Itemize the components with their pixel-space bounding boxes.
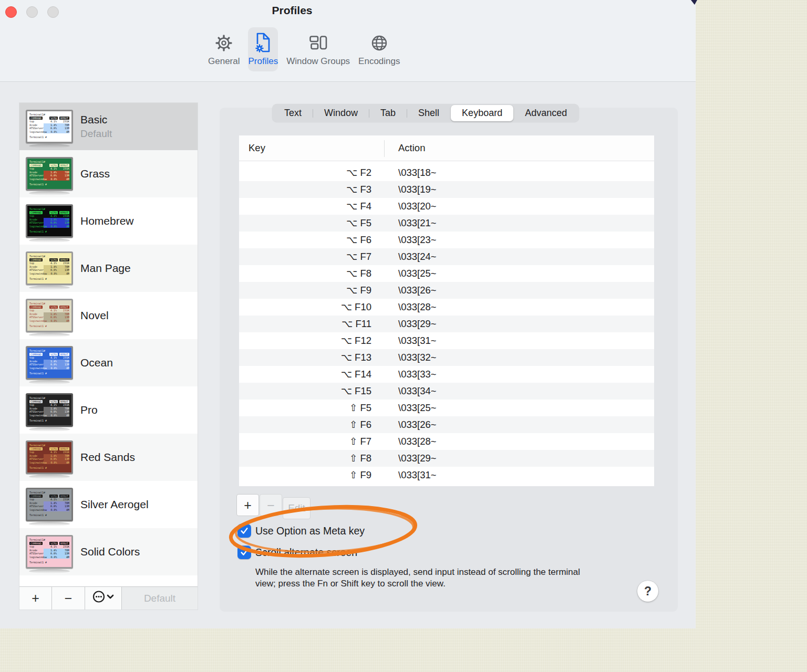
toolbar-item-encodings[interactable]: Encodings [358,27,400,71]
tab-window[interactable]: Window [313,105,369,121]
binding-row[interactable]: ⌥ F15\033[34~ [239,383,654,400]
profile-name: Silver Aerogel [80,498,149,511]
toolbar-item-label: Window Groups [286,56,350,67]
binding-key: ⌥ F13 [239,352,384,363]
binding-key: ⇧ F8 [239,453,384,464]
profile-name: Grass [80,167,110,180]
binding-row[interactable]: ⌥ F10\033[28~ [239,299,654,316]
tab-shell[interactable]: Shell [407,105,450,121]
tab-advanced[interactable]: Advanced [514,105,578,121]
profile-row-pro[interactable]: Terminal1#COMMAND%CPURPRVTtop4.1%231KXco… [19,386,198,434]
column-divider[interactable] [384,140,385,157]
binding-row[interactable]: ⇧ F7\033[28~ [239,433,654,450]
profile-name: Red Sands [80,451,135,464]
binding-action: \033[18~ [384,167,437,178]
binding-action: \033[23~ [384,234,437,246]
toolbar-item-label: General [208,56,240,67]
binding-key: ⌥ F5 [239,217,384,229]
binding-action: \033[28~ [384,436,437,447]
profile-thumbnail: Terminal1#COMMAND%CPURPRVTtop4.1%231KXco… [26,204,73,238]
profile-row-grass[interactable]: Terminal1#COMMAND%CPURPRVTtop4.1%231KXco… [19,150,198,197]
remove-profile-button[interactable]: − [52,587,85,610]
binding-row[interactable]: ⌥ F7\033[24~ [239,248,654,265]
profile-thumbnail: Terminal1#COMMAND%CPURPRVTtop4.1%231KXco… [26,346,73,380]
binding-action: \033[20~ [384,201,437,212]
gear-icon [215,31,233,55]
binding-row[interactable]: ⌥ F11\033[29~ [239,316,654,332]
tab-text[interactable]: Text [273,105,313,121]
toolbar-item-profiles[interactable]: Profiles [248,27,278,71]
toolbar-item-window-groups[interactable]: Window Groups [286,27,350,71]
binding-row[interactable]: ⇧ F9\033[31~ [239,467,654,484]
profile-row-ocean[interactable]: Terminal1#COMMAND%CPURPRVTtop4.1%231KXco… [19,339,198,386]
binding-row[interactable]: ⌥ F13\033[32~ [239,349,654,366]
add-profile-button[interactable]: + [19,587,52,610]
edit-binding-button[interactable]: Edit [283,497,311,519]
cursor-tip [691,0,698,5]
binding-key: ⌥ F8 [239,268,384,279]
profile-name: Man Page [80,262,131,275]
binding-row[interactable]: ⇧ F6\033[26~ [239,416,654,433]
profile-row-red-sands[interactable]: Terminal1#COMMAND%CPURPRVTtop4.1%231KXco… [19,434,198,481]
binding-key: ⇧ F6 [239,419,384,430]
checkbox-checked[interactable] [237,524,251,538]
globe-icon [370,31,388,55]
default-button[interactable]: Default [122,587,198,610]
binding-action: \033[25~ [384,268,437,279]
binding-action: \033[31~ [384,335,437,346]
binding-row[interactable]: ⌥ F14\033[33~ [239,366,654,383]
binding-key: ⇧ F7 [239,436,384,447]
binding-key: ⌥ F12 [239,335,384,346]
binding-row[interactable]: ⌥ F3\033[19~ [239,181,654,198]
binding-row[interactable]: ⌥ F12\033[31~ [239,332,654,349]
binding-row[interactable]: ⇧ F8\033[29~ [239,450,654,467]
tab-keyboard[interactable]: Keyboard [451,105,513,121]
binding-row[interactable]: ⌥ F4\033[20~ [239,198,654,215]
settings-tab-bar: TextWindowTabShellKeyboardAdvanced [272,104,579,122]
profile-actions-menu-button[interactable] [85,587,122,610]
binding-row[interactable]: ⌥ F5\033[21~ [239,215,654,232]
binding-action: \033[28~ [384,301,437,313]
binding-action: \033[33~ [384,369,437,380]
profile-row-homebrew[interactable]: Terminal1#COMMAND%CPURPRVTtop4.1%231KXco… [19,197,198,245]
profile-thumbnail: Terminal1#COMMAND%CPURPRVTtop4.1%231KXco… [26,157,73,191]
binding-key: ⇧ F5 [239,402,384,414]
profile-thumbnail: Terminal1#COMMAND%CPURPRVTtop4.1%231KXco… [26,535,73,569]
profile-row-man-page[interactable]: Terminal1#COMMAND%CPURPRVTtop4.1%231KXco… [19,245,198,292]
binding-row[interactable]: ⌥ F9\033[26~ [239,282,654,299]
binding-row[interactable]: ⇧ F5\033[25~ [239,400,654,416]
sidebar-footer: + − Default [19,586,198,610]
profile-subtitle: Default [80,128,112,140]
binding-key: ⌥ F9 [239,285,384,296]
binding-key: ⌥ F2 [239,167,384,178]
profile-row-basic[interactable]: Terminal1#COMMAND%CPURPRVTtop4.1%231KXco… [19,103,198,150]
binding-action: \033[29~ [384,318,437,330]
scroll-alternate-description: While the alternate screen is displayed,… [255,566,599,589]
profile-name: Basic [80,113,112,126]
binding-action: \033[34~ [384,385,437,397]
profile-row-novel[interactable]: Terminal1#COMMAND%CPURPRVTtop4.1%231KXco… [19,292,198,339]
window-groups-icon [309,31,327,55]
binding-key: ⇧ F9 [239,469,384,481]
titlebar: Profiles General Profiles Window Groups … [0,0,696,82]
tab-tab[interactable]: Tab [369,105,407,121]
binding-key: ⌥ F7 [239,251,384,262]
checkbox-checked[interactable] [237,545,251,559]
binding-key: ⌥ F11 [239,318,384,330]
binding-row[interactable]: ⌥ F6\033[23~ [239,232,654,248]
remove-binding-button[interactable]: − [260,494,282,516]
profile-name: Novel [80,309,109,322]
binding-row[interactable]: ⌥ F8\033[25~ [239,265,654,282]
binding-action: \033[29~ [384,453,437,464]
profile-thumbnail: Terminal1#COMMAND%CPURPRVTtop4.1%231KXco… [26,440,73,474]
add-binding-button[interactable]: + [236,494,259,516]
toolbar-item-general[interactable]: General [208,27,240,71]
table-body: ⌥ F2\033[18~⌥ F3\033[19~⌥ F4\033[20~⌥ F5… [239,161,654,484]
help-button[interactable]: ? [637,581,658,602]
profile-row-silver-aerogel[interactable]: Terminal1#COMMAND%CPURPRVTtop4.1%231KXco… [19,481,198,528]
option-row-use-option-as-meta-key: Use Option as Meta key [237,524,365,538]
binding-row[interactable]: ⌥ F2\033[18~ [239,164,654,181]
profile-row-solid-colors[interactable]: Terminal1#COMMAND%CPURPRVTtop4.1%231KXco… [19,528,198,575]
profile-settings-panel: TextWindowTabShellKeyboardAdvanced Key A… [220,108,678,612]
toolbar-item-label: Encodings [358,56,400,67]
